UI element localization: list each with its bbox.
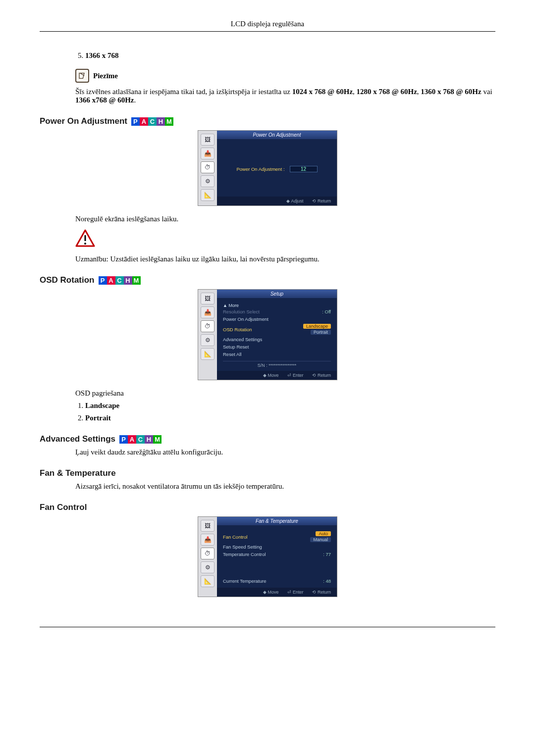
section-title: Fan & Temperature [40,468,116,478]
power-on-desc: Noregulē ekrāna ieslēgšanas laiku. [75,215,495,223]
pachm-badge: PACHM [99,276,141,285]
osd-title: Fan & Temperature [217,517,337,525]
page-header: LCD displeja regulēšana [40,20,495,32]
section-power-on-adjustment: Power On Adjustment PACHM [40,116,495,126]
osd-row-label: Power On Adjustment : [236,166,284,172]
page-footer-rule [40,627,495,627]
osd-icon-input[interactable]: 📥 [201,534,214,546]
osd-icon-timer[interactable]: ⏱ [201,161,214,173]
rotation-option: Landscape [85,402,119,409]
warning-icon [75,229,495,249]
pachm-badge: PACHM [119,435,161,444]
note-header: Piezīme [75,69,495,83]
osd-footer-adjust: ◆ Adjust [286,199,303,203]
osd-sn: S/N : **************** [223,361,331,368]
osd-icon-picture[interactable]: 🖼 [201,520,214,532]
osd-icon-picture[interactable]: 🖼 [201,293,214,304]
osd-icon-timer[interactable]: ⏱ [201,320,214,332]
osd-power-on: 🖼 📥 ⏱ ⚙ 📐 Power On Adjustment Power On A… [198,130,337,206]
osd-title: Setup [217,290,337,298]
fan-temp-desc: Aizsargā ierīci, nosakot ventilatora ātr… [75,482,495,491]
osd-icon-input[interactable]: 📥 [201,306,214,318]
section-osd-rotation: OSD Rotation PACHM [40,275,495,285]
osd-row-value[interactable]: 12 [290,166,318,172]
section-title: Advanced Settings [40,434,115,444]
advanced-desc: Ļauj veikt daudz sarežģītāku attēlu konf… [75,448,495,456]
osd-footer-move: ◆ Move [263,590,279,595]
section-advanced-settings: Advanced Settings PACHM [40,434,495,444]
pachm-badge: PACHM [131,117,173,126]
osd-icon-input[interactable]: 📥 [201,148,214,159]
osd-side-icons: 🖼 📥 ⏱ ⚙ 📐 [198,290,217,380]
svg-point-2 [84,243,86,245]
section-title: OSD Rotation [40,275,95,285]
osd-icon-setup[interactable]: ⚙ [201,175,214,187]
note-text: Šīs izvēlnes atlasīšana ir iespējama tik… [75,88,495,104]
note-label: Piezīme [93,72,118,80]
osd-title: Power On Adjustment [217,131,337,139]
power-on-warning: Uzmanību: Uzstādiet ieslēgšanas laiku uz… [75,255,495,263]
osd-rotation-panel: 🖼 📥 ⏱ ⚙ 📐 Setup ▲ More Resolution Select… [198,289,337,380]
resolution-continuation: 1366 x 768 Piezīme Šīs izvēlnes atlasīša… [75,51,495,104]
rotation-option: Portrait [85,414,111,422]
osd-side-icons: 🖼 📥 ⏱ ⚙ 📐 [198,517,217,597]
osd-icon-mode[interactable]: 📐 [201,189,214,201]
osd-icon-picture[interactable]: 🖼 [201,134,214,146]
osd-icon-setup[interactable]: ⚙ [201,334,214,346]
osd-icon-setup[interactable]: ⚙ [201,561,214,573]
note-icon [75,69,89,83]
section-fan-control: Fan Control [40,503,495,512]
osd-footer-return: ⟲ Return [312,373,331,378]
osd-icon-mode[interactable]: 📐 [201,348,214,360]
section-title: Power On Adjustment [40,116,127,126]
osd-more[interactable]: ▲ More [223,303,331,308]
osd-fan-control: 🖼 📥 ⏱ ⚙ 📐 Fan & Temperature Fan Control … [198,516,337,597]
osd-footer-enter: ⏎ Enter [287,590,303,595]
osd-icon-mode[interactable]: 📐 [201,575,214,587]
section-title: Fan Control [40,503,87,512]
osd-footer-move: ◆ Move [263,373,279,378]
osd-icon-timer[interactable]: ⏱ [201,548,214,559]
osd-side-icons: 🖼 📥 ⏱ ⚙ 📐 [198,131,217,205]
section-fan-temperature: Fan & Temperature [40,468,495,478]
osd-rotation-desc: OSD pagriešana [75,389,495,398]
osd-footer-return: ⟲ Return [312,199,331,203]
resolution-item: 1366 x 768 [85,51,119,59]
osd-footer-enter: ⏎ Enter [287,373,303,378]
osd-footer-return: ⟲ Return [312,590,331,595]
